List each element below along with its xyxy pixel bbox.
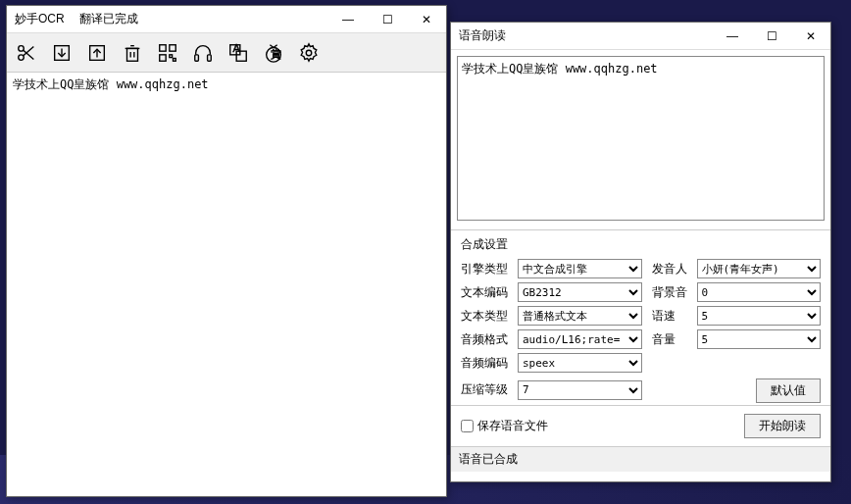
- tts-statusbar: 语音已合成: [451, 446, 830, 472]
- bgsound-label: 背景音: [652, 284, 687, 301]
- svg-rect-16: [170, 54, 173, 57]
- save-checkbox-label: 保存语音文件: [477, 418, 548, 434]
- ocr-app-name: 妙手OCR: [15, 12, 65, 25]
- settings-title: 合成设置: [461, 236, 821, 253]
- svg-text:A: A: [233, 42, 241, 54]
- maximize-button[interactable]: ☐: [752, 23, 791, 49]
- export-icon[interactable]: [83, 39, 111, 67]
- download-icon[interactable]: [48, 39, 75, 67]
- svg-text:賞: 賞: [271, 47, 281, 59]
- texttype-label: 文本类型: [461, 308, 508, 325]
- compress-select[interactable]: 7: [518, 380, 642, 400]
- ocr-titlebar[interactable]: 妙手OCR 翻译已完成 — ☐ ✕: [7, 6, 446, 33]
- svg-rect-17: [174, 58, 176, 61]
- close-button[interactable]: ✕: [407, 6, 446, 32]
- svg-rect-13: [160, 44, 166, 50]
- tts-text-area[interactable]: [457, 56, 825, 221]
- tts-title: 语音朗读: [451, 27, 713, 44]
- svg-rect-14: [170, 44, 175, 50]
- bottom-row: 保存语音文件 开始朗读: [451, 405, 830, 446]
- voice-label: 发音人: [652, 261, 687, 277]
- settings-panel: 合成设置 引擎类型 中文合成引擎 发音人 小妍(青年女声) 文本编码 GB231…: [451, 229, 830, 405]
- compress-label: 压缩等级: [461, 381, 508, 398]
- tts-window: 语音朗读 — ☐ ✕ 合成设置 引擎类型 中文合成引擎 发音人 小妍(青年女声)…: [450, 22, 831, 482]
- svg-point-27: [306, 50, 312, 56]
- engine-select[interactable]: 中文合成引擎: [518, 259, 642, 278]
- minimize-button[interactable]: —: [713, 23, 752, 49]
- svg-point-0: [19, 45, 25, 51]
- audiofmt-select[interactable]: audio/L16;rate=: [518, 329, 642, 349]
- encoding-select[interactable]: GB2312: [518, 282, 642, 302]
- delete-icon[interactable]: [119, 39, 146, 67]
- start-read-button[interactable]: 开始朗读: [744, 414, 821, 438]
- svg-rect-18: [195, 54, 199, 60]
- default-button[interactable]: 默认值: [756, 378, 821, 403]
- ocr-title: 妙手OCR 翻译已完成: [7, 11, 328, 27]
- audiofmt-label: 音频格式: [461, 331, 508, 348]
- voice-select[interactable]: 小妍(青年女声): [697, 259, 822, 278]
- scissors-icon[interactable]: [13, 39, 40, 67]
- bgsound-select[interactable]: 0: [697, 282, 822, 302]
- qrcode-icon[interactable]: [154, 39, 181, 67]
- reward-icon[interactable]: 賞: [260, 39, 287, 67]
- engine-label: 引擎类型: [461, 261, 508, 277]
- svg-rect-8: [127, 48, 138, 61]
- ocr-status-text: 翻译已完成: [79, 12, 138, 25]
- minimize-button[interactable]: —: [328, 6, 368, 32]
- maximize-button[interactable]: ☐: [368, 6, 407, 32]
- tts-titlebar[interactable]: 语音朗读 — ☐ ✕: [451, 23, 830, 50]
- svg-point-1: [19, 54, 25, 60]
- ocr-toolbar: A 賞: [7, 33, 446, 73]
- svg-rect-19: [208, 54, 212, 60]
- speed-label: 语速: [652, 308, 687, 325]
- volume-select[interactable]: 5: [697, 329, 822, 349]
- translate-icon[interactable]: A: [225, 39, 252, 67]
- save-checkbox[interactable]: [461, 420, 474, 432]
- headphones-icon[interactable]: [189, 39, 217, 67]
- speed-select[interactable]: 5: [697, 306, 822, 326]
- encoding-label: 文本编码: [461, 284, 508, 301]
- save-checkbox-wrap[interactable]: 保存语音文件: [461, 418, 548, 434]
- svg-rect-15: [160, 54, 166, 60]
- volume-label: 音量: [652, 331, 687, 348]
- close-button[interactable]: ✕: [791, 23, 830, 49]
- audioenc-select[interactable]: speex: [518, 353, 642, 373]
- ocr-text-area[interactable]: [7, 73, 446, 496]
- settings-icon[interactable]: [295, 39, 323, 67]
- ocr-window: 妙手OCR 翻译已完成 — ☐ ✕ A 賞: [6, 5, 447, 497]
- texttype-select[interactable]: 普通格式文本: [518, 306, 642, 326]
- audioenc-label: 音频编码: [461, 355, 508, 372]
